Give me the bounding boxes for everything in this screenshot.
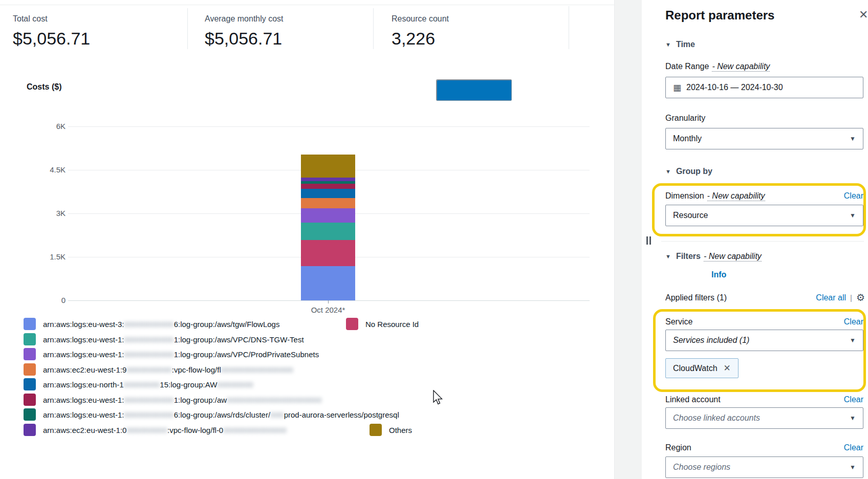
section-label: Time	[676, 40, 695, 49]
dimension-label-row: Dimension- New capability Clear	[665, 191, 863, 201]
legend-label: arn:aws:logs:eu-west-1:000000000006:log-…	[43, 410, 399, 419]
legend-label: arn:aws:logs:eu-west-1:000000000001:log-…	[43, 396, 322, 404]
legend-item[interactable]: Others	[370, 424, 412, 436]
legend-swatch	[24, 424, 36, 436]
redacted-text: 000	[270, 410, 284, 419]
panel-splitter-rail[interactable]	[614, 0, 642, 479]
legend-label: arn:aws:logs:eu-west-3:000000000006:log-…	[43, 320, 279, 329]
service-select[interactable]: Services included (1) ▼	[665, 330, 863, 351]
legend-item[interactable]: arn:aws:ec2:eu-west-1:90000000000:vpc-fl…	[24, 363, 293, 376]
stat-value: 3,226	[392, 29, 449, 49]
redacted-text: 0000000000000000	[221, 365, 293, 374]
dimension-select[interactable]: Resource ▼	[665, 205, 863, 226]
legend-item[interactable]: arn:aws:logs:eu-north-10000000015:log-gr…	[24, 378, 253, 390]
redacted-text: 00000000	[217, 380, 253, 389]
stat-divider	[569, 6, 569, 49]
legend-text: prod-aurora-serverless/postgresql	[284, 410, 399, 419]
legend-item[interactable]: arn:aws:logs:eu-west-1:000000000001:log-…	[24, 348, 319, 360]
region-select[interactable]: Choose regions ▼	[665, 456, 863, 478]
redacted-text: 0000000000	[126, 365, 171, 374]
service-label: Service	[665, 317, 692, 326]
panel-resize-handle[interactable]	[646, 236, 651, 245]
granularity-label: Granularity	[665, 114, 705, 123]
region-clear-link[interactable]: Clear	[844, 443, 863, 452]
section-label: Filters- New capability	[676, 252, 762, 261]
bar-segment[interactable]	[301, 223, 355, 241]
legend-swatch	[24, 394, 36, 406]
legend-item[interactable]: No Resource Id	[346, 318, 419, 330]
bar-segment[interactable]	[301, 184, 355, 189]
caret-down-icon: ▼	[850, 415, 856, 422]
stat-average-monthly-cost: Average monthly cost $5,056.71	[205, 14, 284, 49]
stacked-bar-chart-toggle-button[interactable]	[437, 80, 512, 101]
legend-text: arn:aws:ec2:eu-west-1:9	[43, 365, 126, 374]
date-range-value: 2024-10-16 — 2024-10-30	[686, 83, 783, 92]
info-link[interactable]: Info	[711, 270, 726, 279]
gear-icon[interactable]: ⚙	[856, 293, 865, 302]
bar-segment[interactable]	[301, 155, 355, 178]
section-label: Group by	[676, 167, 712, 176]
legend-text: arn:aws:logs:eu-west-1:	[43, 335, 124, 344]
legend-label: arn:aws:logs:eu-north-10000000015:log-gr…	[43, 380, 253, 389]
region-label: Region	[665, 443, 691, 452]
legend-item[interactable]: arn:aws:logs:eu-west-3:000000000006:log-…	[24, 318, 279, 330]
bar-segment[interactable]	[301, 189, 355, 198]
section-header-time[interactable]: ▼ Time	[665, 40, 695, 49]
section-header-filters[interactable]: ▼ Filters- New capability	[665, 252, 762, 261]
x-axis-label: Oct 2024*	[295, 306, 361, 314]
legend-item[interactable]: arn:aws:logs:eu-west-1:000000000001:log-…	[24, 394, 322, 406]
stat-resource-count: Resource count 3,226	[392, 14, 449, 49]
section-divider	[661, 241, 864, 242]
legend-text: 1:log-group:/aws/VPC/DNS-TGW-Test	[174, 335, 304, 344]
stat-label: Average monthly cost	[205, 14, 284, 24]
legend-item[interactable]: arn:aws:logs:eu-west-1:000000000001:log-…	[24, 333, 304, 345]
bar-segment[interactable]	[301, 181, 355, 184]
legend-item[interactable]: arn:aws:logs:eu-west-1:000000000006:log-…	[24, 408, 399, 421]
bar-segment[interactable]	[301, 178, 355, 181]
section-header-group-by[interactable]: ▼ Group by	[665, 167, 712, 176]
stat-value: $5,056.71	[205, 29, 284, 49]
bar-segment[interactable]	[301, 198, 355, 209]
bar-segment[interactable]	[301, 208, 355, 222]
y-tick-label: 4.5K	[21, 165, 66, 174]
granularity-select[interactable]: Monthly ▼	[665, 128, 863, 149]
gridline	[68, 300, 590, 301]
y-tick-label: 1.5K	[21, 252, 66, 261]
redacted-text: 00000000	[124, 380, 160, 389]
linked-account-label-row: Linked account Clear	[665, 395, 863, 404]
top-divider	[0, 5, 614, 5]
y-tick-label: 3K	[21, 209, 66, 217]
legend-swatch	[24, 378, 36, 390]
date-range-input[interactable]: ▦ 2024-10-16 — 2024-10-30	[665, 77, 863, 98]
legend-text: :vpc-flow-log/fl-0	[167, 426, 223, 434]
legend-text: arn:aws:logs:eu-west-1:	[43, 396, 124, 404]
bar-segment[interactable]	[301, 266, 355, 300]
service-clear-link[interactable]: Clear	[844, 317, 863, 326]
dismiss-icon[interactable]: ✕	[724, 363, 731, 374]
y-tick-label: 0	[21, 296, 66, 304]
legend-text: arn:aws:logs:eu-west-3:	[43, 320, 124, 329]
legend-swatch	[24, 408, 36, 421]
linked-account-select[interactable]: Choose linked accounts ▼	[665, 407, 863, 429]
legend-label: No Resource Id	[365, 320, 419, 329]
clear-all-link[interactable]: Clear all	[816, 293, 846, 302]
new-capability-badge: - New capability	[704, 252, 762, 262]
dimension-value: Resource	[673, 211, 708, 220]
granularity-value: Monthly	[673, 134, 702, 143]
bar-segment[interactable]	[301, 240, 355, 266]
stat-value: $5,056.71	[13, 29, 90, 49]
dimension-clear-link[interactable]: Clear	[844, 191, 863, 201]
close-icon[interactable]: ✕	[859, 9, 868, 20]
cost-explorer-page: Total cost $5,056.71 Average monthly cos…	[0, 0, 868, 479]
legend-item[interactable]: arn:aws:ec2:eu-west-1:0000000000:vpc-flo…	[24, 424, 287, 436]
linked-account-clear-link[interactable]: Clear	[844, 395, 863, 404]
stat-total-cost: Total cost $5,056.71	[13, 14, 90, 49]
new-capability-badge: - New capability	[712, 62, 770, 72]
legend-swatch	[24, 333, 36, 345]
region-label-row: Region Clear	[665, 443, 863, 452]
legend-swatch	[24, 318, 36, 330]
y-tick-label: 6K	[21, 122, 66, 130]
legend-text: 15:log-group:AW	[160, 380, 217, 389]
chart-type-toggle-group	[436, 79, 512, 101]
redacted-text: 00000000000000	[223, 426, 287, 434]
